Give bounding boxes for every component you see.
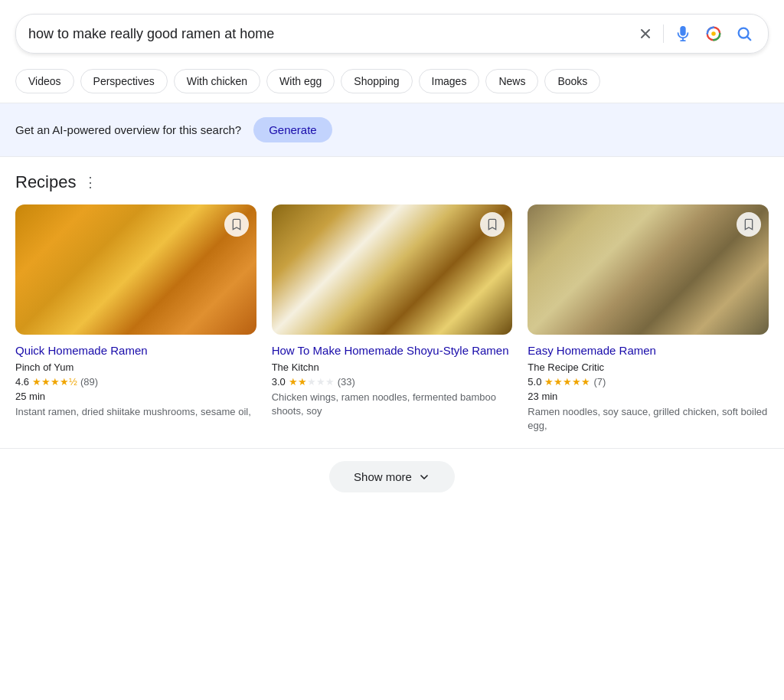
recipe-title-3: Easy Homemade Ramen — [528, 342, 769, 358]
chip-news[interactable]: News — [485, 69, 538, 93]
recipe-stars-1: ★★★★½ — [32, 376, 77, 388]
recipe-image-placeholder-1 — [15, 204, 256, 335]
recipe-source-1: Pinch of Yum — [15, 361, 256, 373]
main-content: Recipes ⋮ Quick Homemade Ramen Pinch of … — [0, 157, 784, 505]
recipe-image-2 — [272, 204, 513, 335]
recipe-rating-count-2: (33) — [338, 376, 355, 388]
recipe-image-1 — [15, 204, 256, 335]
chevron-down-icon — [418, 471, 430, 483]
search-button[interactable] — [733, 22, 756, 45]
bookmark-button-3[interactable] — [737, 212, 761, 237]
recipe-rating-3: 5.0 ★★★★★ (7) — [528, 376, 769, 388]
google-lens-button[interactable] — [702, 22, 725, 45]
recipe-rating-value-1: 4.6 — [15, 376, 29, 388]
recipes-title: Recipes — [15, 172, 76, 192]
recipe-card-1[interactable]: Quick Homemade Ramen Pinch of Yum 4.6 ★★… — [15, 204, 256, 433]
recipe-rating-count-1: (89) — [80, 376, 98, 388]
show-more-button[interactable]: Show more — [329, 461, 455, 492]
search-icon — [736, 25, 753, 42]
filter-chips: Videos Perspectives With chicken With eg… — [0, 63, 784, 103]
ai-banner-text: Get an AI-powered overview for this sear… — [15, 123, 241, 136]
recipes-header: Recipes ⋮ — [15, 172, 769, 192]
recipe-time-1: 25 min — [15, 391, 256, 402]
recipe-rating-1: 4.6 ★★★★½ (89) — [15, 376, 256, 388]
recipe-rating-value-3: 5.0 — [528, 376, 541, 388]
svg-line-5 — [747, 37, 750, 40]
recipe-image-placeholder-2 — [272, 204, 513, 335]
recipe-title-2: How To Make Homemade Shoyu-Style Ramen — [272, 342, 513, 358]
svg-point-3 — [711, 31, 716, 36]
chip-with-egg[interactable]: With egg — [266, 69, 335, 93]
ai-overview-banner: Get an AI-powered overview for this sear… — [0, 103, 784, 157]
bookmark-icon-1 — [230, 218, 243, 231]
microphone-button[interactable] — [671, 22, 694, 45]
show-more-label: Show more — [354, 470, 412, 483]
chip-images[interactable]: Images — [419, 69, 480, 93]
recipe-grid: Quick Homemade Ramen Pinch of Yum 4.6 ★★… — [15, 204, 769, 433]
recipe-card-3[interactable]: Easy Homemade Ramen The Recipe Critic 5.… — [528, 204, 769, 433]
recipe-source-2: The Kitchn — [272, 361, 513, 373]
recipe-card-2[interactable]: How To Make Homemade Shoyu-Style Ramen T… — [272, 204, 513, 433]
search-bar — [15, 14, 769, 54]
clear-button[interactable] — [635, 24, 655, 44]
bookmark-icon-3 — [743, 218, 755, 231]
search-bar-container — [0, 0, 784, 63]
divider — [663, 25, 664, 43]
close-icon — [639, 27, 652, 41]
recipe-rating-2: 3.0 ★★★★★ (33) — [272, 376, 513, 388]
recipe-stars-2: ★★★★★ — [289, 376, 335, 388]
chip-with-chicken[interactable]: With chicken — [174, 69, 260, 93]
chip-perspectives[interactable]: Perspectives — [80, 69, 168, 93]
recipe-image-placeholder-3 — [528, 204, 769, 335]
bookmark-button-1[interactable] — [224, 212, 249, 237]
recipe-title-1: Quick Homemade Ramen — [15, 342, 256, 358]
recipe-stars-3: ★★★★★ — [544, 376, 590, 388]
recipes-more-options[interactable]: ⋮ — [83, 174, 97, 191]
chip-videos[interactable]: Videos — [15, 69, 74, 93]
google-lens-icon — [705, 25, 722, 42]
recipe-ingredients-1: Instant ramen, dried shiitake mushrooms,… — [15, 405, 256, 419]
show-more-container: Show more — [15, 449, 769, 505]
chip-books[interactable]: Books — [544, 69, 600, 93]
recipe-source-3: The Recipe Critic — [528, 361, 769, 373]
recipe-time-3: 23 min — [528, 391, 769, 402]
chip-shopping[interactable]: Shopping — [341, 69, 412, 93]
recipe-image-3 — [528, 204, 769, 335]
bookmark-icon-2 — [486, 218, 498, 231]
microphone-icon — [675, 25, 691, 42]
recipe-ingredients-2: Chicken wings, ramen noodles, fermented … — [272, 391, 513, 418]
recipe-ingredients-3: Ramen noodles, soy sauce, grilled chicke… — [528, 405, 769, 433]
recipe-rating-value-2: 3.0 — [272, 376, 286, 388]
generate-button[interactable]: Generate — [253, 117, 332, 142]
search-input[interactable] — [28, 26, 628, 42]
recipe-rating-count-3: (7) — [593, 376, 606, 388]
